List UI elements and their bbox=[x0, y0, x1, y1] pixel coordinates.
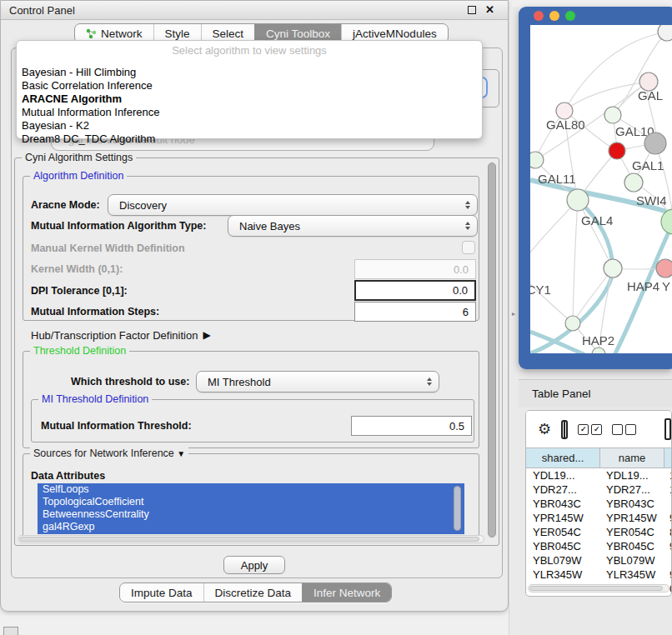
algorithm-option[interactable]: Dream8 DC_TDC Algorithm bbox=[17, 132, 482, 146]
tab-impute-data[interactable]: Impute Data bbox=[120, 583, 203, 602]
network-node[interactable] bbox=[609, 142, 625, 159]
settings-scrollbar-thumb[interactable] bbox=[488, 162, 496, 538]
network-node[interactable] bbox=[604, 107, 621, 123]
panel-splitter[interactable]: ▸ bbox=[509, 7, 519, 635]
network-tab-icon bbox=[86, 28, 97, 39]
window-close-traffic-icon[interactable] bbox=[534, 11, 544, 21]
mi-type-combo[interactable]: Naive Bayes bbox=[228, 215, 478, 237]
mi-steps-label: Mutual Information Steps: bbox=[31, 302, 159, 322]
column-header-shared-name[interactable]: shared... bbox=[526, 448, 600, 468]
network-node[interactable] bbox=[644, 132, 666, 154]
mi-threshold-field[interactable]: 0.5 bbox=[351, 416, 472, 436]
which-threshold-label: Which threshold to use: bbox=[71, 371, 189, 392]
column-header-name[interactable]: name bbox=[600, 448, 664, 468]
settings-scrollbar[interactable] bbox=[487, 161, 498, 542]
select-all-icon[interactable]: ✓ ✓ bbox=[578, 424, 602, 435]
network-node[interactable] bbox=[556, 102, 573, 119]
algorithm-definition-title: Algorithm Definition bbox=[30, 170, 127, 182]
network-node[interactable] bbox=[604, 259, 622, 278]
network-node[interactable] bbox=[565, 316, 580, 331]
network-node[interactable] bbox=[656, 259, 672, 278]
data-attribute-item[interactable]: gal4RGexp bbox=[38, 521, 464, 533]
cyni-bottom-tabbar: Impute Data Discretize Data Infer Networ… bbox=[119, 582, 392, 602]
algorithm-option[interactable]: Mutual Information Inference bbox=[17, 106, 482, 119]
column-selector-icon[interactable] bbox=[561, 420, 568, 439]
table-row[interactable]: YPR145WYPR145W9. bbox=[526, 511, 671, 525]
table-panel-title: Table Panel bbox=[532, 388, 591, 400]
table-row[interactable]: YDR27...YDR27...12 bbox=[526, 482, 671, 497]
data-attribute-item[interactable]: BetweennessCentrality bbox=[38, 508, 464, 521]
network-node-label: GAL11 bbox=[538, 172, 576, 186]
network-node[interactable] bbox=[658, 22, 672, 41]
dpi-tolerance-field[interactable]: 0.0 bbox=[354, 280, 476, 301]
table-cell: YBR043C bbox=[526, 498, 599, 510]
settings-hscrollbar[interactable] bbox=[18, 535, 484, 543]
aracne-mode-combo[interactable]: Discovery bbox=[108, 194, 478, 216]
attributes-scrollbar-thumb[interactable] bbox=[454, 486, 461, 531]
settings-gear-icon[interactable]: ⚙ bbox=[538, 422, 551, 437]
mi-threshold-group-title: MI Threshold Definition bbox=[38, 393, 152, 405]
table-cell: YDR27... bbox=[599, 483, 663, 496]
float-window-icon[interactable] bbox=[468, 6, 476, 14]
data-attributes-label: Data Attributes bbox=[31, 469, 105, 482]
table-toolbar: ⚙ ✓ ✓ bbox=[526, 411, 671, 448]
network-view-window[interactable]: GALGAL80GAL10GAL1GAL11SWI4GAL4GCY1HAP4YH… bbox=[519, 7, 672, 369]
column-header-partial[interactable] bbox=[664, 448, 671, 468]
hub-section-toggle[interactable]: Hub/Transcription Factor Definition ▶ bbox=[31, 328, 211, 342]
algorithm-option-list: Bayesian - Hill ClimbingBasic Correlatio… bbox=[17, 59, 482, 146]
table-cell: YBR045C bbox=[526, 540, 599, 552]
table-panel-body: ⚙ ✓ ✓ shared... name YDL19...YDL19...13Y… bbox=[525, 410, 672, 597]
table-cell: YLR345W bbox=[599, 568, 663, 581]
data-attribute-item[interactable]: TopologicalCoefficient bbox=[38, 496, 464, 508]
network-node[interactable] bbox=[624, 173, 643, 192]
window-zoom-traffic-icon[interactable] bbox=[565, 11, 575, 21]
window-minimize-traffic-icon[interactable] bbox=[549, 11, 559, 21]
aracne-mode-label: Aracne Mode: bbox=[31, 194, 100, 216]
table-cell: YDR27... bbox=[526, 483, 599, 496]
algorithm-option[interactable]: Bayesian - Hill Climbing bbox=[17, 66, 482, 79]
which-threshold-combo[interactable]: MI Threshold bbox=[196, 371, 439, 392]
sources-group-title[interactable]: Sources for Network Inference ▼ bbox=[30, 448, 188, 459]
table-cell: 9. bbox=[663, 512, 671, 524]
table-cell: YLR345W bbox=[526, 568, 599, 581]
splitter-handle-icon[interactable]: ▸ bbox=[512, 310, 515, 318]
table-cell: YER054C bbox=[599, 526, 663, 538]
table-panel-titlebar[interactable]: Table Panel bbox=[519, 379, 672, 408]
algorithm-option[interactable]: ARACNE Algorithm bbox=[17, 92, 482, 106]
algorithm-option[interactable]: Bayesian - K2 bbox=[17, 119, 482, 132]
close-icon[interactable]: ✕ bbox=[485, 6, 494, 14]
table-cell: YER054C bbox=[526, 526, 599, 538]
kernel-width-field[interactable]: 0.0 bbox=[354, 259, 476, 279]
table-cell: YPR145W bbox=[599, 512, 663, 524]
algorithm-option[interactable]: Basic Correlation Inference bbox=[17, 79, 482, 92]
control-panel-title: Control Panel bbox=[9, 4, 75, 17]
tab-infer-network[interactable]: Infer Network bbox=[302, 583, 391, 602]
table-row[interactable]: YLR345WYLR345W9. bbox=[526, 568, 671, 582]
table-row[interactable]: YER054CYER054C8. bbox=[526, 525, 671, 539]
deselect-all-icon[interactable] bbox=[612, 424, 636, 435]
triangle-down-icon: ▼ bbox=[177, 449, 185, 458]
data-attribute-item[interactable]: SelfLoops bbox=[38, 483, 464, 496]
table-row[interactable]: YBL079WYBL079W bbox=[526, 553, 671, 568]
network-node-label: HAP4 bbox=[627, 279, 659, 293]
mi-steps-field[interactable]: 6 bbox=[354, 302, 476, 322]
table-header-row: shared... name bbox=[526, 448, 671, 468]
data-attributes-list[interactable]: SelfLoopsTopologicalCoefficientBetweenne… bbox=[38, 483, 464, 534]
algorithm-dropdown-prompt: Select algorithm to view settings bbox=[17, 41, 482, 59]
manual-kernel-checkbox[interactable] bbox=[462, 241, 475, 254]
minimized-panel-icon[interactable] bbox=[3, 627, 18, 635]
network-node[interactable] bbox=[567, 189, 589, 211]
network-node-label: GAL4 bbox=[581, 213, 613, 228]
table-mode-icon[interactable] bbox=[664, 418, 671, 440]
table-row[interactable]: YBR043CYBR043C bbox=[526, 497, 671, 511]
settings-hscrollbar-thumb[interactable] bbox=[19, 537, 479, 542]
control-panel-titlebar[interactable]: Control Panel ✕ bbox=[1, 1, 508, 20]
tab-discretize-data[interactable]: Discretize Data bbox=[203, 583, 303, 602]
triangle-right-icon: ▶ bbox=[203, 329, 210, 341]
table-row[interactable]: YDL19...YDL19...13 bbox=[526, 468, 671, 482]
table-hscrollbar-thumb[interactable] bbox=[529, 586, 663, 591]
table-row[interactable]: YBR045CYBR045C9. bbox=[526, 539, 671, 553]
combo-stepper-icon bbox=[427, 378, 432, 386]
table-hscrollbar[interactable] bbox=[528, 584, 669, 592]
apply-button[interactable]: Apply bbox=[223, 556, 285, 574]
